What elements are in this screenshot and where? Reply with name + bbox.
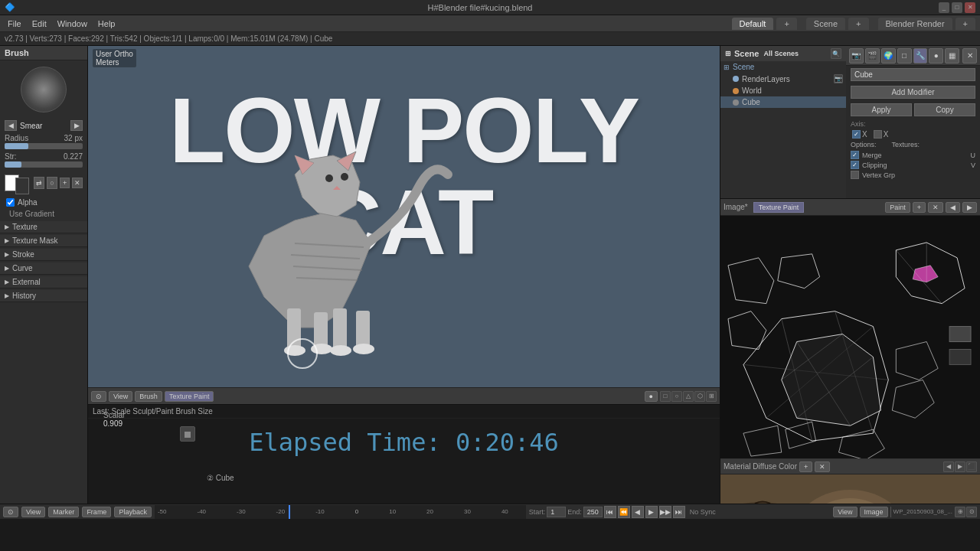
object-name-field[interactable]: Cube xyxy=(851,68,975,81)
copy-btn[interactable]: Copy xyxy=(914,103,975,116)
vt-icon5[interactable]: ⊞ xyxy=(706,391,717,402)
mat-icon1[interactable]: ◀ xyxy=(943,461,954,472)
clipping-check[interactable]: ✓ xyxy=(851,161,859,169)
color-reset-btn[interactable]: ○ xyxy=(47,177,57,189)
brush-preview[interactable] xyxy=(21,67,67,112)
mat-icon2[interactable]: ▶ xyxy=(955,461,965,472)
uv-editor: Image* Texture Paint Paint + ✕ ◀ ▶ xyxy=(720,199,980,459)
renderlayers-cam-icon[interactable]: 📷 xyxy=(834,74,843,83)
merge-check[interactable]: ✓ xyxy=(851,151,859,159)
menu-edit[interactable]: Edit xyxy=(28,18,51,30)
add-modifier-btn[interactable]: Add Modifier xyxy=(851,86,975,99)
vt-brush-btn[interactable]: Brush xyxy=(135,391,162,402)
vertexgrp-check[interactable] xyxy=(851,171,859,179)
status-frame-btn[interactable]: Frame xyxy=(82,507,111,517)
vt-icon4[interactable]: ⬡ xyxy=(694,391,705,402)
mat-add-btn[interactable]: + xyxy=(799,461,812,472)
strength-slider[interactable] xyxy=(5,161,83,168)
end-frame[interactable]: 250 xyxy=(583,507,603,517)
brush-name-row: ◀ Smear ▶ xyxy=(0,119,87,132)
play-back-btn[interactable]: ◀ xyxy=(632,506,644,518)
br-icon2[interactable]: ⊙ xyxy=(966,507,977,517)
tree-cube[interactable]: Cube xyxy=(720,96,846,108)
vt-icon2[interactable]: ○ xyxy=(671,391,682,402)
brush-panel-header: Brush xyxy=(0,46,87,60)
axis-x-check[interactable]: ✓ xyxy=(852,130,861,139)
prop-modifier-icon[interactable]: 🔧 xyxy=(913,48,928,64)
viewport-status-bar: ⊙ View Marker Frame Playback -50 -40 -30… xyxy=(0,504,980,519)
alpha-checkbox[interactable] xyxy=(6,198,15,207)
color-swap-btn[interactable]: ⇄ xyxy=(34,177,44,189)
tab-default[interactable]: Default xyxy=(732,18,774,30)
uv-add-btn[interactable]: + xyxy=(913,202,926,213)
section-stroke[interactable]: ▶ Stroke xyxy=(0,249,87,261)
vt-scene-btn[interactable]: ⊙ xyxy=(91,391,106,402)
uv-paint-btn[interactable]: Paint xyxy=(885,202,910,213)
status-marker-btn[interactable]: Marker xyxy=(48,507,79,517)
start-frame[interactable]: 1 xyxy=(547,507,566,517)
close-btn[interactable]: ✕ xyxy=(965,2,975,13)
uv-close-btn[interactable]: ✕ xyxy=(928,202,943,213)
prop-object-icon[interactable]: □ xyxy=(897,48,912,64)
vt-icon3[interactable]: △ xyxy=(683,391,694,402)
status-scene-btn[interactable]: ⊙ xyxy=(3,507,18,517)
tab-add2[interactable]: + xyxy=(848,18,868,30)
col-add-btn[interactable]: + xyxy=(60,178,70,188)
section-history[interactable]: ▶ History xyxy=(0,290,87,302)
prop-world-icon[interactable]: 🌍 xyxy=(881,48,896,64)
apply-btn[interactable]: Apply xyxy=(851,103,912,116)
play-btn[interactable]: ▶ xyxy=(645,506,658,518)
section-external[interactable]: ▶ External xyxy=(0,276,87,289)
brush-next-btn[interactable]: ▶ xyxy=(70,120,83,131)
vt-view-btn[interactable]: View xyxy=(109,391,132,402)
col-sub-btn[interactable]: ✕ xyxy=(72,178,83,188)
radius-slider[interactable] xyxy=(5,143,83,149)
prop-camera-icon[interactable]: 📷 xyxy=(849,48,864,64)
mat-close-btn[interactable]: ✕ xyxy=(815,461,830,472)
maximize-btn[interactable]: □ xyxy=(952,2,962,13)
play-prev-btn[interactable]: ⏪ xyxy=(618,506,630,518)
tree-scene[interactable]: ⊞ Scene xyxy=(720,61,846,73)
br-view-btn[interactable]: View xyxy=(833,507,857,517)
status-playback-btn[interactable]: Playback xyxy=(114,507,152,517)
uv-icon-btn1[interactable]: ◀ xyxy=(946,202,960,213)
uv-icon-btn2[interactable]: ▶ xyxy=(962,202,977,213)
prop-texture-icon[interactable]: ▦ xyxy=(945,48,959,64)
tab-add[interactable]: + xyxy=(776,18,796,30)
vt-texturepaint-btn[interactable]: Texture Paint xyxy=(165,391,214,402)
prop-close-icon[interactable]: ✕ xyxy=(962,48,977,64)
menu-help[interactable]: Help xyxy=(93,18,120,30)
vt-icon1[interactable]: □ xyxy=(660,391,671,402)
brush-prev-btn[interactable]: ◀ xyxy=(5,120,17,131)
svg-marker-30 xyxy=(778,254,820,289)
tree-world[interactable]: World xyxy=(720,85,846,96)
playhead[interactable] xyxy=(289,505,290,519)
play-fwd-btn[interactable]: ▶▶ xyxy=(659,506,671,518)
tree-renderlayers[interactable]: RenderLayers 📷 xyxy=(720,73,846,85)
background-color[interactable] xyxy=(15,178,30,194)
uv-mode-btn[interactable]: Texture Paint xyxy=(753,202,805,213)
br-image-btn[interactable]: Image xyxy=(860,507,888,517)
play-end-btn[interactable]: ⏭ xyxy=(673,506,685,518)
viewport-3d[interactable]: User Ortho Meters LOW POLY CAT xyxy=(88,46,720,404)
vt-mode-icon[interactable]: ● xyxy=(645,391,658,402)
section-texture-mask[interactable]: ▶ Texture Mask xyxy=(0,235,87,247)
tab-scene[interactable]: Scene xyxy=(806,18,845,30)
axis-y-check[interactable] xyxy=(874,130,882,139)
prop-material-icon[interactable]: ● xyxy=(929,48,943,64)
section-texture[interactable]: ▶ Texture xyxy=(0,221,87,233)
menu-file[interactable]: File xyxy=(3,18,26,30)
br-icon1[interactable]: ⊕ xyxy=(955,507,965,517)
tab-add3[interactable]: + xyxy=(956,18,975,30)
timeline-ruler: -50 -40 -30 -20 -10 0 10 20 30 40 50 xyxy=(155,505,526,519)
section-curve[interactable]: ▶ Curve xyxy=(0,262,87,275)
outliner-search-btn[interactable]: 🔍 xyxy=(831,48,841,59)
status-view-btn[interactable]: View xyxy=(21,507,45,517)
mat-icon3[interactable]: ⬛ xyxy=(966,461,977,472)
play-start-btn[interactable]: ⏮ xyxy=(604,506,616,518)
color-row: ⇄ ○ + ✕ xyxy=(0,169,87,197)
minimize-btn[interactable]: _ xyxy=(939,2,949,13)
tab-render[interactable]: Blender Render xyxy=(878,18,952,30)
prop-render-icon[interactable]: 🎬 xyxy=(865,48,880,64)
menu-window[interactable]: Window xyxy=(53,18,92,30)
